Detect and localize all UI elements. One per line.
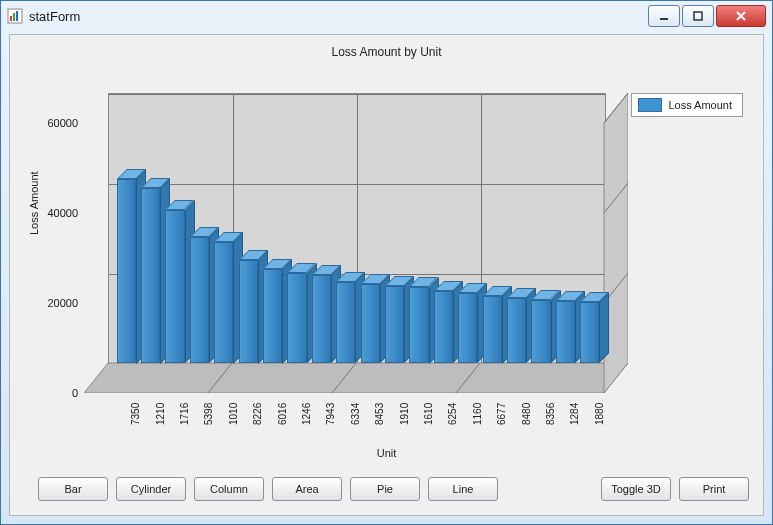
area-button[interactable]: Area	[272, 477, 342, 501]
x-tick-label: 7350	[130, 403, 141, 425]
y-tick-label: 20000	[18, 297, 78, 309]
close-icon	[735, 10, 747, 22]
button-row: Bar Cylinder Column Area Pie Line Toggle…	[38, 477, 749, 501]
legend-swatch	[638, 98, 662, 112]
client-area: Loss Amount by Unit Loss Amount Loss Amo…	[9, 34, 764, 516]
x-tick-label: 6254	[447, 403, 458, 425]
close-button[interactable]	[716, 5, 766, 27]
x-tick-label: 6016	[277, 403, 288, 425]
svg-rect-3	[16, 11, 18, 21]
pie-button[interactable]: Pie	[350, 477, 420, 501]
svg-rect-4	[660, 18, 668, 20]
chart-title: Loss Amount by Unit	[10, 35, 763, 59]
x-tick-label: 1160	[472, 403, 483, 425]
svg-rect-1	[10, 16, 12, 21]
maximize-button[interactable]	[682, 5, 714, 27]
x-tick-label: 5398	[203, 403, 214, 425]
svg-rect-5	[694, 12, 702, 20]
x-tick-label: 1610	[423, 403, 434, 425]
cylinder-button[interactable]: Cylinder	[116, 477, 186, 501]
column-button[interactable]: Column	[194, 477, 264, 501]
x-tick-label: 1246	[301, 403, 312, 425]
y-tick-label: 40000	[18, 207, 78, 219]
x-axis-label: Unit	[10, 447, 763, 459]
x-tick-label: 6677	[496, 403, 507, 425]
x-tick-label: 1210	[155, 403, 166, 425]
x-tick-label: 1910	[399, 403, 410, 425]
toggle-3d-button[interactable]: Toggle 3D	[601, 477, 671, 501]
line-button[interactable]: Line	[428, 477, 498, 501]
x-tick-label: 1284	[569, 403, 580, 425]
legend-label: Loss Amount	[668, 99, 732, 111]
chart-area: 0200004000060000 73501210171653981010822…	[84, 93, 624, 393]
titlebar[interactable]: statForm	[1, 1, 772, 31]
maximize-icon	[693, 11, 703, 21]
y-tick-label: 0	[18, 387, 78, 399]
legend: Loss Amount	[631, 93, 743, 117]
x-tick-label: 8480	[521, 403, 532, 425]
x-ticks: 7350121017165398101082266016124679436334…	[84, 93, 624, 393]
svg-rect-2	[13, 13, 15, 21]
window-controls	[648, 5, 766, 27]
x-tick-label: 1010	[228, 403, 239, 425]
window-title: statForm	[29, 9, 648, 24]
x-tick-label: 6334	[350, 403, 361, 425]
bar-button[interactable]: Bar	[38, 477, 108, 501]
minimize-icon	[659, 11, 669, 21]
minimize-button[interactable]	[648, 5, 680, 27]
x-tick-label: 1716	[179, 403, 190, 425]
x-tick-label: 7943	[325, 403, 336, 425]
y-axis-label: Loss Amount	[28, 171, 40, 235]
x-tick-label: 1880	[594, 403, 605, 425]
x-tick-label: 8226	[252, 403, 263, 425]
print-button[interactable]: Print	[679, 477, 749, 501]
y-tick-label: 60000	[18, 117, 78, 129]
x-tick-label: 8453	[374, 403, 385, 425]
app-icon	[7, 8, 23, 24]
x-tick-label: 8356	[545, 403, 556, 425]
window-frame: statForm Loss Amount by Unit Loss Amount…	[0, 0, 773, 525]
